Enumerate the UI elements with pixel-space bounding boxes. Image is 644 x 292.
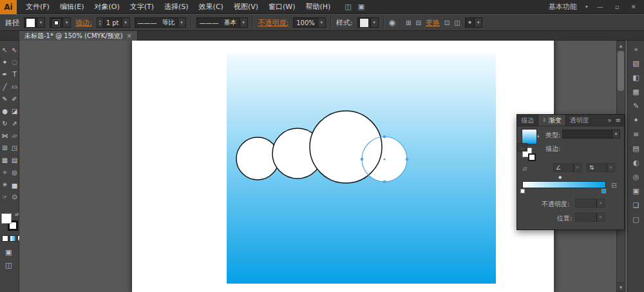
stroke-weight-arrow-icon[interactable]: ▾ — [122, 18, 129, 27]
gradient-type-select[interactable]: ▾ — [562, 130, 620, 139]
menu-object[interactable]: 对象(O) — [89, 0, 124, 14]
anchor-point[interactable] — [383, 135, 386, 138]
distribute-objects-icon[interactable]: ⊟ — [415, 19, 421, 26]
gradient-across-stroke-icon[interactable]: ◡ — [517, 143, 527, 151]
scrollbar-thumb[interactable] — [618, 51, 624, 91]
direct-selection-tool[interactable]: ⇖ — [10, 44, 19, 56]
panel-menu-icon[interactable]: ≡ — [616, 117, 621, 124]
anchor-point[interactable] — [406, 158, 408, 161]
scroll-up-icon[interactable]: ▲ — [617, 41, 625, 50]
menu-effect[interactable]: 效果(C) — [194, 0, 229, 14]
transform-panel-link[interactable]: 变换 — [426, 18, 440, 28]
collapse-panels-icon[interactable]: » — [607, 117, 611, 124]
swatches-panel-icon[interactable]: ▦ — [629, 84, 644, 99]
shape-builder-tool[interactable]: ⊞ — [0, 142, 10, 154]
tab-transparency[interactable]: 透明度 — [566, 115, 593, 126]
menu-file[interactable]: 文件(F) — [21, 0, 55, 14]
document-tab[interactable]: 未标题-1* @ 150% (CMYK/预览) × — [19, 31, 138, 41]
eraser-tool[interactable]: ◪ — [10, 105, 19, 117]
width-tool[interactable]: ⋈ — [0, 130, 10, 142]
transparency-panel-icon[interactable]: ◐ — [629, 155, 644, 170]
workspace-switcher[interactable]: 基本功能 — [549, 2, 577, 12]
brushes-panel-icon[interactable]: ✎ — [629, 99, 644, 113]
menu-window[interactable]: 窗口(W) — [263, 0, 300, 14]
mesh-tool[interactable]: ▦ — [0, 154, 10, 166]
column-graph-tool[interactable]: ▅ — [10, 179, 19, 191]
tab-gradient[interactable]: ⇕ 渐变 — [538, 115, 566, 126]
bridge-icon[interactable]: ◫ — [345, 3, 351, 11]
reverse-gradient-icon[interactable]: ⇄ — [522, 166, 527, 172]
stroke-panel-icon[interactable]: ≡ — [629, 127, 644, 141]
fill-color-picker[interactable]: ▾ — [24, 17, 45, 28]
hand-tool[interactable]: ☞ — [0, 191, 10, 203]
perspective-grid-tool[interactable]: ◳ — [10, 142, 19, 154]
gradient-stop-start[interactable] — [520, 189, 525, 193]
stroke-weight-value[interactable]: 1 pt — [104, 19, 122, 26]
layers-panel-icon[interactable]: ❏ — [629, 198, 644, 212]
scroll-down-icon[interactable]: ▼ — [617, 282, 625, 291]
menu-type[interactable]: 文字(T) — [125, 0, 159, 14]
stop-location-field[interactable]: ▾ — [575, 213, 605, 222]
stroke-panel-link[interactable]: 描边: — [75, 18, 92, 28]
blob-brush-tool[interactable]: ● — [0, 105, 10, 117]
menu-view[interactable]: 视图(V) — [229, 0, 263, 14]
artboards-panel-icon[interactable]: ▢ — [629, 212, 644, 226]
width-profile-select[interactable]: ——— 等比 ▾ — [135, 17, 186, 28]
select-similar-control[interactable]: ⌖ ▾ — [465, 17, 483, 28]
opacity-select[interactable]: 100% ▾ — [293, 17, 326, 28]
screen-mode-button[interactable]: ◫ — [5, 261, 12, 269]
pencil-tool[interactable]: ✐ — [10, 93, 19, 105]
gradient-angle-field[interactable]: ∠ ▾ — [553, 163, 582, 172]
stroke-color-picker[interactable]: ▾ — [50, 17, 71, 28]
restore-button[interactable]: ▫ — [612, 3, 622, 10]
swap-fill-stroke-icon[interactable]: ⇄ — [15, 212, 19, 217]
magic-wand-tool[interactable]: ✦ — [0, 56, 10, 68]
pen-tool[interactable]: ✒ — [0, 68, 10, 81]
recolor-artwork-icon[interactable]: ◉ — [389, 18, 395, 27]
anchor-point[interactable] — [361, 158, 363, 161]
tab-close-icon[interactable]: × — [127, 32, 132, 39]
close-button[interactable]: ✕ — [629, 3, 639, 10]
stepper-down-icon[interactable]: ▾ — [99, 23, 101, 26]
rotate-tool[interactable]: ↻ — [0, 117, 10, 130]
color-mode-button[interactable] — [2, 235, 8, 242]
isolate-object-icon[interactable]: ⊡ — [444, 19, 450, 26]
tab-stroke[interactable]: 描边 — [517, 115, 538, 126]
appearance-panel-icon[interactable]: ◎ — [629, 170, 644, 184]
delete-stop-icon[interactable]: ⊟ — [611, 182, 616, 189]
aspect-ratio-field[interactable]: ⇅ ▾ — [587, 163, 615, 172]
stop-opacity-field[interactable]: ▾ — [575, 199, 605, 208]
line-segment-tool[interactable]: ╱ — [0, 81, 10, 93]
gradient-menu-arrow-icon[interactable]: ▾ — [537, 134, 540, 139]
draw-normal-button[interactable]: ▣ — [5, 248, 12, 257]
menu-help[interactable]: 帮助(H) — [300, 0, 336, 14]
gradient-stop-end[interactable] — [601, 189, 606, 193]
blend-tool[interactable]: ◎ — [10, 166, 19, 179]
gradient-fill-thumbnail[interactable] — [522, 129, 537, 144]
opacity-panel-link[interactable]: 不透明度: — [258, 18, 289, 28]
gradient-midpoint-icon[interactable]: ◆ — [558, 175, 562, 180]
brush-definition-select[interactable]: ——— 基本 ▾ — [196, 17, 248, 28]
gradient-tool[interactable]: ▤ — [10, 154, 19, 166]
arrange-documents-icon[interactable]: ▣ — [358, 3, 365, 11]
fill-color-swatch[interactable] — [1, 213, 12, 224]
selection-tool[interactable]: ↖ — [0, 44, 10, 56]
rectangle-tool[interactable]: ▭ — [10, 81, 19, 93]
zoom-tool[interactable]: ⊙ — [10, 191, 19, 203]
expand-panels-icon[interactable]: « — [629, 42, 644, 56]
style-picker[interactable]: ▾ — [357, 17, 379, 28]
gradient-stroke-proxy[interactable] — [528, 153, 536, 161]
paintbrush-tool[interactable]: ✎ — [0, 93, 10, 105]
symbol-sprayer-tool[interactable]: ✳ — [0, 179, 10, 191]
type-tool[interactable]: T — [10, 68, 19, 81]
minimize-button[interactable]: — — [594, 3, 606, 10]
gradient-panel-icon[interactable]: ▤ — [629, 141, 644, 155]
scale-tool[interactable]: ⇗ — [10, 117, 19, 130]
symbols-panel-icon[interactable]: ✦ — [629, 113, 644, 127]
group-icon[interactable]: ◫ — [454, 19, 460, 26]
color-guide-panel-icon[interactable]: ◧ — [629, 70, 644, 84]
anchor-point[interactable] — [383, 180, 386, 183]
lasso-tool[interactable]: ◌ — [10, 56, 19, 68]
drawn-circle[interactable] — [310, 111, 382, 183]
menu-edit[interactable]: 编辑(E) — [55, 0, 90, 14]
